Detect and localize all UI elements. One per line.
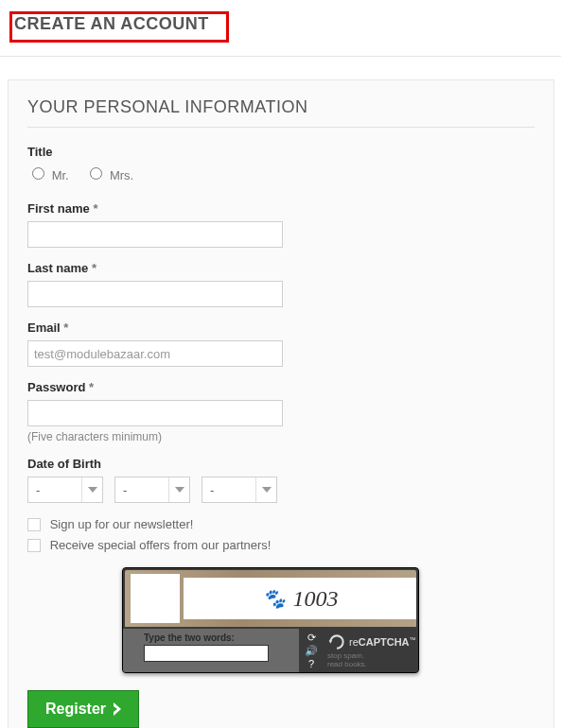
register-button-label: Register (45, 701, 106, 718)
captcha-input[interactable] (144, 645, 269, 662)
email-group: Email * (27, 321, 535, 367)
password-label-text: Password (27, 380, 85, 394)
email-input[interactable] (27, 340, 283, 367)
password-group: Password * (Five characters minimum) (27, 380, 535, 443)
password-label: Password * (27, 380, 535, 394)
captcha-display-text: 1003 (293, 586, 339, 612)
first-name-group: First name * (27, 201, 535, 248)
dob-year-select[interactable]: - (202, 477, 277, 503)
dob-group: Date of Birth - - - (27, 457, 535, 503)
dob-row: - - - (27, 477, 535, 503)
captcha-brand-text: reCAPTCHA™ (349, 636, 416, 648)
captcha-brand: reCAPTCHA™ stop spam. read books. (324, 629, 418, 672)
captcha-input-area: Type the two words: (123, 629, 299, 672)
page-header: CREATE AN ACCOUNT (0, 0, 561, 57)
chevron-down-icon (81, 477, 102, 502)
tm-mark: ™ (410, 636, 416, 643)
captcha-bottom: Type the two words: ⟳ 🔊 ? reCAPTCHA™ sto… (123, 629, 418, 672)
brand-prefix: re (349, 636, 359, 648)
audio-icon[interactable]: 🔊 (305, 646, 318, 656)
offers-label[interactable]: Receive special offers from our partners… (50, 538, 272, 552)
title-option-mrs[interactable]: Mrs. (85, 168, 133, 182)
register-button[interactable]: Register (27, 690, 139, 728)
section-title: YOUR PERSONAL INFORMATION (27, 97, 535, 117)
title-options: Mr. Mrs. (27, 165, 535, 182)
dob-year-value: - (210, 483, 214, 497)
newsletter-checkbox[interactable] (27, 518, 41, 531)
divider (27, 127, 535, 128)
offers-row: Receive special offers from our partners… (27, 537, 535, 552)
personal-info-panel: YOUR PERSONAL INFORMATION Title Mr. Mrs.… (8, 79, 554, 728)
refresh-icon[interactable]: ⟳ (307, 633, 316, 643)
captcha-image: 🐾 1003 (123, 568, 418, 629)
radio-mr[interactable] (32, 167, 44, 180)
captcha-widget: 🐾 1003 Type the two words: ⟳ 🔊 ? reCAPTC… (122, 567, 419, 673)
last-name-input[interactable] (27, 281, 283, 307)
captcha-image-blank (131, 574, 180, 623)
page-title-highlight: CREATE AN ACCOUNT (9, 11, 229, 43)
help-icon[interactable]: ? (308, 659, 314, 669)
email-label-text: Email (27, 321, 61, 335)
first-name-label-text: First name (27, 201, 90, 216)
newsletter-label[interactable]: Sign up for our newsletter! (50, 517, 194, 531)
captcha-controls: ⟳ 🔊 ? (299, 629, 324, 672)
paw-icon: 🐾 (262, 587, 286, 610)
captcha-tagline-2: read books. (327, 661, 367, 669)
title-option-mr[interactable]: Mr. (27, 168, 72, 182)
radio-mrs-label: Mrs. (110, 168, 133, 182)
newsletter-row: Sign up for our newsletter! (27, 516, 535, 531)
page-title: CREATE AN ACCOUNT (14, 14, 209, 34)
radio-mr-label: Mr. (52, 168, 69, 182)
dob-day-value: - (36, 483, 40, 497)
recaptcha-logo-icon (327, 633, 346, 651)
last-name-label: Last name * (27, 261, 535, 275)
captcha-prompt: Type the two words: (144, 633, 291, 643)
offers-checkbox[interactable] (27, 539, 41, 552)
radio-mrs[interactable] (90, 167, 102, 180)
dob-month-value: - (123, 483, 127, 497)
dob-label: Date of Birth (27, 457, 535, 471)
last-name-group: Last name * (27, 261, 535, 307)
title-label: Title (27, 145, 535, 159)
password-input[interactable] (27, 400, 283, 426)
captcha-image-strip: 🐾 1003 (184, 578, 416, 619)
first-name-label: First name * (27, 201, 535, 216)
first-name-input[interactable] (27, 221, 283, 248)
password-hint: (Five characters minimum) (27, 430, 535, 443)
title-group: Title Mr. Mrs. (27, 145, 535, 182)
captcha-logo-row: reCAPTCHA™ (327, 633, 416, 651)
required-mark: * (63, 321, 68, 335)
chevron-down-icon (168, 477, 189, 502)
dob-month-select[interactable]: - (114, 477, 190, 503)
dob-day-select[interactable]: - (27, 477, 103, 503)
email-label: Email * (27, 321, 535, 335)
required-mark: * (89, 380, 94, 394)
chevron-down-icon (255, 477, 276, 502)
required-mark: * (92, 261, 96, 275)
chevron-right-icon (114, 702, 123, 716)
required-mark: * (93, 201, 97, 216)
brand-name: CAPTCHA (359, 636, 410, 648)
last-name-label-text: Last name (27, 261, 88, 275)
